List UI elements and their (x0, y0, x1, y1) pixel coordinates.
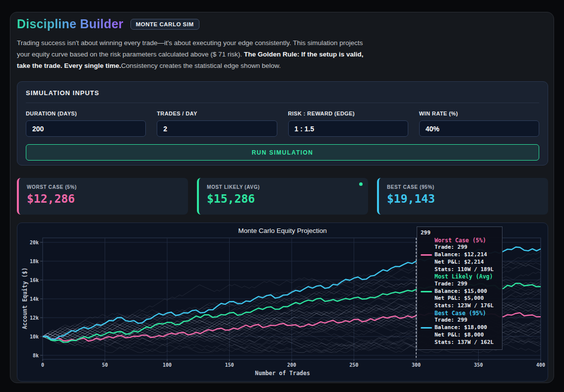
tooltip-worst-stats: Stats: 110W / 189L (421, 266, 499, 274)
most-likely-card: MOST LIKELY (AVG) $15,286 (197, 178, 368, 215)
svg-text:12k: 12k (30, 315, 39, 321)
win-rate-input[interactable] (419, 120, 539, 137)
field-duration: DURATION (DAYS) (26, 111, 146, 137)
worst-case-card: WORST CASE (5%) $12,286 (17, 178, 188, 215)
best-case-value: $19,143 (387, 192, 540, 205)
live-indicator-dot (359, 182, 363, 186)
run-simulation-button[interactable]: RUN SIMULATION (26, 144, 539, 161)
inputs-panel-title: SIMULATION INPUTS (26, 89, 539, 97)
x-axis-label: Number of Trades (17, 370, 548, 377)
description-part2: Consistency creates the statistical edge… (121, 62, 281, 69)
tooltip-worst-trade: Trade: 299 (421, 244, 499, 251)
most-likely-value: $15,286 (207, 192, 360, 205)
svg-text:10k: 10k (30, 334, 39, 339)
header: Discipline Builder MONTE CARLO SIM Tradi… (17, 17, 384, 71)
field-risk-reward: RISK : REWARD (EDGE) (288, 111, 408, 137)
svg-text:20k: 20k (30, 240, 39, 245)
svg-text:0: 0 (41, 362, 44, 368)
tooltip-likely-balance: Balance: $15,000 (421, 288, 499, 295)
svg-text:8k: 8k (33, 353, 39, 358)
most-likely-label: MOST LIKELY (AVG) (207, 184, 360, 190)
tooltip-likely-title: Most Likely (Avg) (421, 273, 499, 280)
risk-reward-label: RISK : REWARD (EDGE) (288, 111, 408, 116)
tooltip-best-trade: Trade: 299 (421, 317, 499, 324)
svg-text:150: 150 (225, 362, 234, 368)
page-title: Discipline Builder (17, 17, 124, 31)
svg-text:250: 250 (349, 362, 358, 368)
tooltip-best-title: Best Case (95%) (421, 310, 499, 317)
divider (26, 103, 539, 103)
svg-text:14k: 14k (30, 296, 39, 302)
field-win-rate: WIN RATE (%) (419, 111, 539, 137)
tooltip-likely-trade: Trade: 299 (421, 280, 499, 288)
discipline-builder-card: Discipline Builder MONTE CARLO SIM Tradi… (10, 12, 554, 383)
svg-text:400: 400 (536, 362, 545, 368)
trades-per-day-label: TRADES / DAY (157, 111, 277, 116)
tooltip-worst-title: Worst Case (5%) (421, 237, 499, 244)
tooltip-worst-pnl: Net P&L: $2,214 (421, 259, 499, 266)
y-axis-label: Account Equity ($) (21, 268, 28, 330)
field-trades-per-day: TRADES / DAY (157, 111, 277, 137)
tooltip-likely-stats: Stats: 123W / 176L (421, 302, 499, 310)
svg-text:100: 100 (163, 362, 172, 368)
tooltip-best-pnl: Net P&L: $8,000 (421, 332, 499, 339)
best-case-card: BEST CASE (95%) $19,143 (377, 178, 548, 215)
trades-per-day-input[interactable] (157, 120, 277, 137)
duration-input[interactable] (26, 120, 146, 137)
svg-text:50: 50 (102, 362, 108, 368)
worst-case-label: WORST CASE (5%) (27, 184, 180, 190)
monte-carlo-badge: MONTE CARLO SIM (130, 19, 199, 30)
duration-label: DURATION (DAYS) (26, 111, 146, 116)
svg-text:18k: 18k (30, 259, 39, 264)
tooltip-x-value: 299 (421, 229, 499, 237)
result-cards-row: WORST CASE (5%) $12,286 MOST LIKELY (AVG… (17, 178, 548, 215)
tooltip-best-stats: Stats: 137W / 162L (421, 339, 499, 346)
svg-text:300: 300 (412, 362, 421, 368)
tooltip-best-balance: Balance: $18,000 (421, 324, 499, 332)
worst-series-swatch (421, 254, 432, 256)
win-rate-label: WIN RATE (%) (419, 111, 539, 116)
svg-text:200: 200 (287, 362, 296, 368)
likely-series-swatch (421, 291, 432, 292)
simulation-inputs-panel: SIMULATION INPUTS DURATION (DAYS) TRADES… (17, 81, 548, 166)
risk-reward-input[interactable] (288, 120, 408, 137)
svg-text:16k: 16k (30, 278, 39, 283)
chart-tooltip: 299 Worst Case (5%) Trade: 299 Balance: … (417, 226, 502, 350)
best-case-label: BEST CASE (95%) (387, 184, 540, 190)
worst-case-value: $12,286 (27, 192, 180, 205)
tooltip-worst-balance: Balance: $12,214 (421, 251, 499, 259)
svg-text:350: 350 (474, 362, 483, 368)
equity-chart-panel: 8k10k12k14k16k18k20k05010015020025030035… (17, 223, 548, 382)
tooltip-likely-pnl: Net P&L: $5,000 (421, 295, 499, 302)
description-text: Trading success isn't about winning ever… (17, 37, 370, 71)
best-series-swatch (421, 327, 432, 329)
